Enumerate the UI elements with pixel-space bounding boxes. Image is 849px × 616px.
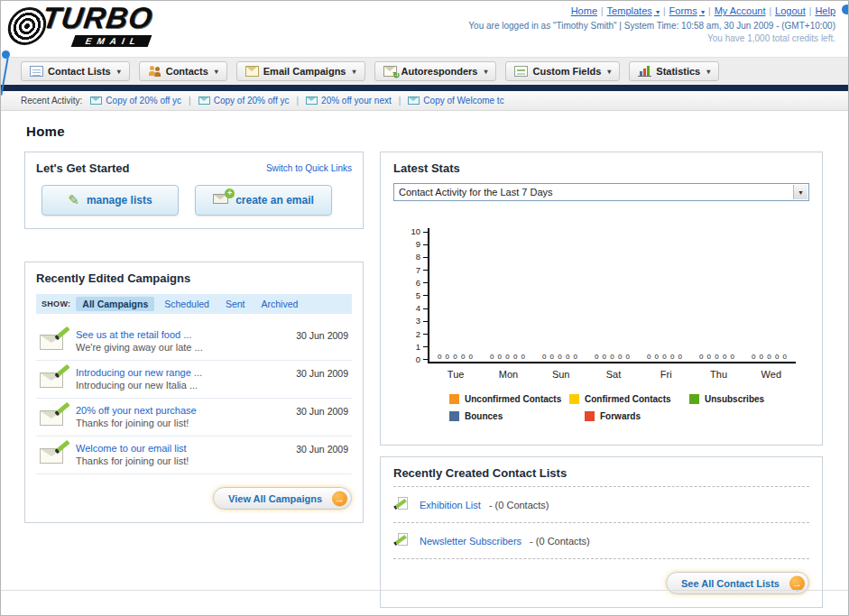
chevron-down-icon: ▾	[699, 8, 705, 16]
chevron-down-icon: ▾	[117, 68, 121, 76]
chevron-down-icon: ▾	[484, 68, 487, 76]
activity-item[interactable]: 20% off your next	[306, 96, 392, 106]
legend-item: Unsubscribes	[689, 394, 809, 404]
x-axis-label: Fri	[640, 363, 692, 380]
stats-period-value: Contact Activity for the Last 7 Days	[399, 187, 553, 198]
activity-item[interactable]: Copy of Welcome tc	[408, 96, 503, 106]
x-axis-label: Sun	[535, 363, 587, 380]
recent-contact-lists-panel: Recently Created Contact Lists Exhibitio…	[380, 456, 823, 608]
tab-autoresponders[interactable]: Autoresponders▾	[374, 61, 497, 81]
recent-activity-label: Recent Activity:	[21, 96, 82, 106]
recent-activity-items: Copy of 20% off yc|Copy of 20% off yc|20…	[90, 96, 503, 106]
campaign-title-link[interactable]: See us at the retail food ...	[76, 329, 289, 340]
value-labels: 0 0 0 0 0	[438, 353, 474, 361]
see-all-contact-lists-button[interactable]: See All Contact Lists	[666, 572, 809, 594]
page: TURBO EMAIL Home|Templates ▾|Forms ▾|My …	[0, 0, 849, 616]
value-labels: 0 0 0 0 0	[699, 353, 735, 361]
activity-item[interactable]: Copy of 20% off yc	[198, 96, 290, 106]
tab-email-campaigns[interactable]: Email Campaigns▾	[236, 61, 365, 81]
envelope-icon	[306, 97, 318, 105]
campaign-text: Welcome to our email listThanks for join…	[76, 443, 289, 466]
campaign-tab-archived[interactable]: Archived	[255, 297, 305, 311]
top-link-templates[interactable]: Templates ▾	[607, 5, 660, 16]
top-link-home[interactable]: Home	[571, 5, 597, 16]
envelope-icon	[90, 97, 102, 105]
top-link-my-account[interactable]: My Account	[715, 5, 766, 16]
switch-to-quick-links-link[interactable]: Switch to Quick Links	[266, 163, 352, 173]
contact-activity-chart: 109876543210 0 0 0 0 00 0 0 0 00 0 0 0 0…	[393, 228, 809, 363]
top-links: Home|Templates ▾|Forms ▾|My Account|Logo…	[468, 5, 835, 16]
campaign-tab-all-campaigns[interactable]: All Campaigns	[76, 297, 154, 311]
decorative-dot-icon	[842, 5, 849, 14]
contact-list-link[interactable]: Exhibition List	[420, 500, 481, 510]
activity-item[interactable]: Copy of 20% off yc	[90, 96, 181, 106]
x-axis-label: Wed	[745, 363, 798, 380]
campaign-title-link[interactable]: 20% off your next purchase	[76, 405, 289, 416]
arrow-right-icon	[789, 575, 805, 591]
chart-plot-area: 0 0 0 0 00 0 0 0 00 0 0 0 00 0 0 0 00 0 …	[428, 228, 796, 363]
chevron-down-icon: ▾	[706, 68, 710, 76]
tab-statistics[interactable]: Statistics▾	[629, 61, 719, 81]
recent-activity-bar: Recent Activity: Copy of 20% off yc|Copy…	[1, 91, 848, 111]
manage-lists-button[interactable]: ✎ manage lists	[42, 185, 179, 216]
x-axis-label: Tue	[429, 363, 482, 380]
separator: |	[189, 96, 191, 106]
top-link-help[interactable]: Help	[815, 5, 835, 16]
login-info: You are logged in as "Timothy Smith" | S…	[468, 21, 835, 31]
y-tick-label: 2	[416, 331, 420, 338]
campaign-tab-sent[interactable]: Sent	[219, 297, 252, 311]
envelope-pencil-icon	[40, 331, 69, 353]
contacts-icon	[148, 66, 161, 77]
navy-divider	[1, 85, 848, 91]
latest-stats-title: Latest Stats	[393, 161, 809, 175]
campaign-subtitle: Thanks for joining our list!	[76, 418, 289, 428]
y-tick: 3	[416, 317, 428, 325]
contact-list-row: Exhibition List - (0 Contacts)	[393, 493, 809, 516]
campaign-title-link[interactable]: Welcome to our email list	[76, 443, 289, 454]
tab-label: Contact Lists	[48, 66, 111, 77]
y-tick-label: 1	[416, 344, 420, 351]
legend-swatch	[449, 411, 459, 421]
x-axis-label: Thu	[692, 363, 744, 380]
top-link-logout[interactable]: Logout	[775, 5, 806, 16]
campaign-title-link[interactable]: Introducing our new range ...	[76, 367, 289, 378]
contact-list-link[interactable]: Newsletter Subscribers	[420, 536, 521, 547]
y-tick: 5	[416, 292, 428, 299]
email-campaigns-icon	[245, 66, 259, 77]
footer-divider	[1, 590, 848, 591]
campaign-tab-scheduled[interactable]: Scheduled	[158, 297, 216, 311]
value-labels: 0 0 0 0 0	[542, 353, 578, 361]
envelope-plus-icon	[213, 194, 228, 207]
legend-row: Unconfirmed ContactsConfirmed ContactsUn…	[449, 394, 809, 404]
activity-item-label: 20% off your next	[321, 96, 392, 106]
stats-period-select[interactable]: Contact Activity for the Last 7 Days	[393, 183, 809, 201]
contact-list-row: Newsletter Subscribers - (0 Contacts)	[393, 529, 809, 552]
tab-custom-fields[interactable]: Custom Fields▾	[505, 61, 620, 81]
separator: |	[770, 6, 772, 16]
contact-list-count: - (0 Contacts)	[489, 500, 549, 510]
legend-label: Confirmed Contacts	[585, 394, 671, 404]
header: TURBO EMAIL Home|Templates ▾|Forms ▾|My …	[1, 1, 848, 57]
y-tick: 0	[416, 356, 428, 363]
y-tick-label: 10	[411, 228, 420, 235]
credits-info: You have 1,000 total credits left.	[468, 33, 835, 43]
create-email-button[interactable]: create an email	[195, 185, 332, 216]
y-tick-label: 4	[416, 305, 420, 312]
create-email-label: create an email	[235, 194, 314, 207]
tab-contacts[interactable]: Contacts▾	[139, 61, 227, 81]
main-content: Home Let's Get Started Switch to Quick L…	[1, 111, 848, 608]
envelope-icon	[408, 97, 420, 105]
legend-swatch	[689, 394, 699, 404]
chart-column: 0 0 0 0 0	[639, 353, 691, 362]
tab-contact-lists[interactable]: Contact Lists▾	[21, 61, 130, 81]
campaign-date: 30 Jun 2009	[296, 444, 348, 455]
separator: |	[663, 6, 666, 16]
value-labels: 0 0 0 0 0	[647, 353, 683, 361]
envelope-pencil-icon	[40, 445, 69, 466]
top-link-forms[interactable]: Forms ▾	[669, 5, 705, 16]
view-all-campaigns-button[interactable]: View All Campaigns	[213, 487, 352, 510]
recent-campaigns-panel: Recently Edited Campaigns SHOW: All Camp…	[24, 262, 364, 523]
logo-subtext: EMAIL	[71, 35, 152, 47]
show-label: SHOW:	[42, 299, 70, 308]
y-tick: 2	[416, 331, 428, 338]
